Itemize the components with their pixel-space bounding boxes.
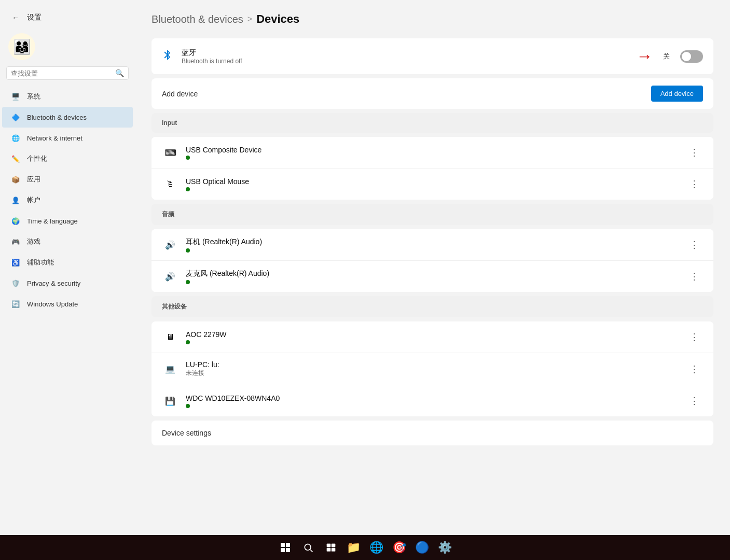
device-settings-label: Device settings xyxy=(151,421,713,445)
bluetooth-status: Bluetooth is turned off xyxy=(182,58,636,65)
sidebar-icon-bluetooth: 🔷 xyxy=(10,112,21,122)
red-arrow-icon: → xyxy=(636,47,653,66)
breadcrumb-current: Devices xyxy=(256,12,299,26)
device-name-headphone: 耳机 (Realtek(R) Audio) xyxy=(186,237,685,247)
sidebar-label-time: Time & language xyxy=(27,217,78,225)
toggle-label: 关 xyxy=(663,52,670,61)
svg-rect-9 xyxy=(331,548,335,552)
avatar: 👨‍👩‍👧 xyxy=(8,33,35,60)
back-button[interactable]: ← xyxy=(8,10,23,25)
breadcrumb: Bluetooth & devices > Devices xyxy=(151,12,713,26)
sidebar-item-accounts[interactable]: 👤 帐户 xyxy=(2,190,133,211)
device-row: 🔊 麦克风 (Realtek(R) Audio) ⋮ xyxy=(151,261,713,292)
taskbar-taskview[interactable] xyxy=(322,538,340,557)
taskbar-explorer[interactable]: 📁 xyxy=(345,538,363,557)
device-name-wdc: WDC WD10EZEX-08WN4A0 xyxy=(186,394,685,402)
audio-section: 音频 xyxy=(151,204,713,225)
device-name-microphone: 麦克风 (Realtek(R) Audio) xyxy=(186,269,685,278)
device-row: 🖥 AOC 2279W ⋮ xyxy=(151,321,713,353)
search-icon: 🔍 xyxy=(115,69,124,77)
taskbar-edge[interactable]: 🌐 xyxy=(367,538,386,557)
input-section-title: Input xyxy=(151,117,713,129)
other-section-title: 其他设备 xyxy=(151,300,713,313)
sidebar-item-apps[interactable]: 📦 应用 xyxy=(2,169,133,190)
sidebar-item-personalization[interactable]: ✏️ 个性化 xyxy=(2,148,133,169)
toggle-thumb xyxy=(682,52,691,61)
sidebar-icon-update: 🔄 xyxy=(10,299,21,309)
sidebar-label-system: 系统 xyxy=(27,92,40,101)
device-dot-microphone xyxy=(186,280,190,284)
sidebar-label-update: Windows Update xyxy=(27,300,78,308)
sidebar-item-time[interactable]: 🌍 Time & language xyxy=(2,211,133,231)
device-row: 🔊 耳机 (Realtek(R) Audio) ⋮ xyxy=(151,229,713,261)
taskbar-extra[interactable]: 🔵 xyxy=(413,538,432,557)
sidebar-icon-system: 🖥️ xyxy=(10,91,21,102)
sidebar-icon-privacy: 🛡️ xyxy=(10,278,21,288)
window-title: 设置 xyxy=(27,13,42,22)
taskbar-start[interactable] xyxy=(276,538,295,557)
svg-rect-2 xyxy=(281,548,285,552)
bluetooth-icon xyxy=(162,49,173,64)
device-dot-usb-mouse xyxy=(186,187,190,191)
device-icon-usb-mouse: 🖱 xyxy=(162,176,178,192)
taskbar-chrome[interactable]: 🎯 xyxy=(390,538,409,557)
sidebar-icon-accessibility: ♿ xyxy=(10,257,21,268)
device-more-monitor[interactable]: ⋮ xyxy=(685,329,703,345)
device-icon-usb-composite: ⌨ xyxy=(162,144,178,161)
svg-rect-0 xyxy=(281,543,285,547)
device-name-monitor: AOC 2279W xyxy=(186,330,685,339)
sidebar-label-personalization: 个性化 xyxy=(27,154,47,163)
taskbar-search[interactable] xyxy=(299,538,318,557)
sidebar-item-gaming[interactable]: 🎮 游戏 xyxy=(2,231,133,252)
device-name-usb-composite: USB Composite Device xyxy=(186,146,685,154)
device-dot-headphone xyxy=(186,248,190,253)
svg-rect-1 xyxy=(286,543,290,547)
add-device-button[interactable]: Add device xyxy=(651,86,703,102)
sidebar-item-bluetooth[interactable]: 🔷 Bluetooth & devices xyxy=(2,107,133,128)
device-more-lu-pc[interactable]: ⋮ xyxy=(685,361,703,377)
svg-rect-7 xyxy=(331,544,335,548)
sidebar-header: ← 设置 xyxy=(0,6,135,33)
audio-section-title: 音频 xyxy=(151,208,713,221)
sidebar-item-network[interactable]: 🌐 Network & internet xyxy=(2,128,133,148)
device-name-usb-mouse: USB Optical Mouse xyxy=(186,177,685,186)
taskbar: 📁 🌐 🎯 🔵 ⚙️ xyxy=(0,535,730,560)
input-devices-card: ⌨ USB Composite Device ⋮ 🖱 USB Optical M… xyxy=(151,137,713,200)
device-row: ⌨ USB Composite Device ⋮ xyxy=(151,137,713,169)
device-row: 💻 LU-PC: lu: 未连接 ⋮ xyxy=(151,353,713,385)
arrow-annotation: → xyxy=(636,47,657,66)
device-more-wdc[interactable]: ⋮ xyxy=(685,393,703,409)
bluetooth-name: 蓝牙 xyxy=(182,48,636,58)
device-more-usb-composite[interactable]: ⋮ xyxy=(685,145,703,160)
breadcrumb-parent[interactable]: Bluetooth & devices xyxy=(151,13,243,25)
svg-rect-6 xyxy=(326,544,330,548)
svg-rect-3 xyxy=(286,548,290,552)
device-name-lu-pc: LU-PC: lu: xyxy=(186,360,685,369)
other-section: 其他设备 xyxy=(151,296,713,317)
device-icon-headphone: 🔊 xyxy=(162,236,178,253)
sidebar-item-privacy[interactable]: 🛡️ Privacy & security xyxy=(2,273,133,293)
sidebar-item-update[interactable]: 🔄 Windows Update xyxy=(2,293,133,314)
sidebar-icon-apps: 📦 xyxy=(10,174,21,185)
svg-point-4 xyxy=(305,544,311,550)
sidebar-label-gaming: 游戏 xyxy=(27,237,40,246)
device-dot-wdc xyxy=(186,404,190,408)
sidebar-icon-network: 🌐 xyxy=(10,133,21,143)
device-more-headphone[interactable]: ⋮ xyxy=(685,237,703,253)
breadcrumb-separator: > xyxy=(247,15,252,24)
search-input[interactable] xyxy=(11,69,115,77)
add-device-label: Add device xyxy=(162,90,651,98)
sidebar-item-accessibility[interactable]: ♿ 辅助功能 xyxy=(2,252,133,273)
sidebar-label-network: Network & internet xyxy=(27,134,82,142)
device-more-microphone[interactable]: ⋮ xyxy=(685,269,703,284)
device-status-lu-pc: 未连接 xyxy=(186,369,685,377)
svg-line-5 xyxy=(310,550,312,552)
taskbar-settings[interactable]: ⚙️ xyxy=(436,538,454,557)
bluetooth-toggle[interactable] xyxy=(680,50,703,63)
device-row: 🖱 USB Optical Mouse ⋮ xyxy=(151,169,713,200)
search-box[interactable]: 🔍 xyxy=(6,66,129,80)
device-more-usb-mouse[interactable]: ⋮ xyxy=(685,176,703,192)
main-content: Bluetooth & devices > Devices 蓝牙 Bluetoo… xyxy=(135,0,730,560)
sidebar-item-system[interactable]: 🖥️ 系统 xyxy=(2,86,133,107)
add-device-row: Add device Add device xyxy=(151,78,713,109)
